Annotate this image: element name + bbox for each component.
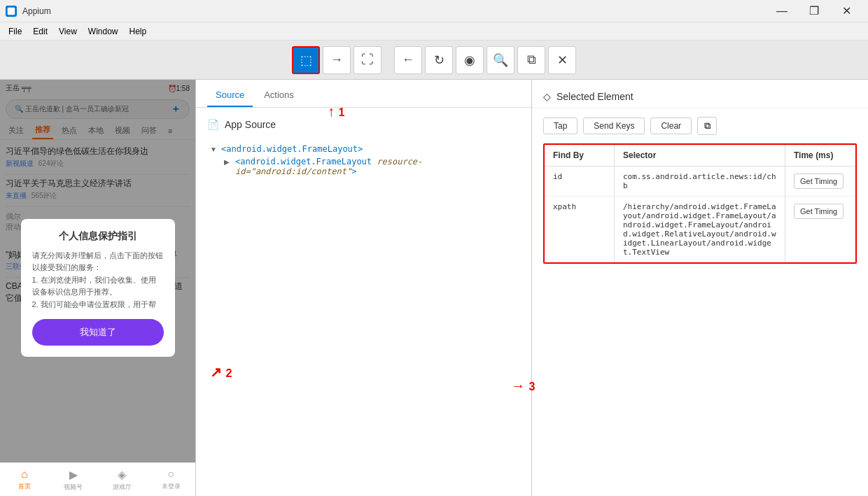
tab-source[interactable]: Source (207, 84, 253, 107)
close-button[interactable]: ✕ (830, 0, 862, 22)
tree-label-2: <android.widget.FrameLayout resource-id=… (235, 157, 517, 176)
selected-panel: ◇ Selected Element Tap Send Keys Clear ⧉… (532, 80, 868, 496)
phone-panel: 王岳 ╤╤ ⏰1:58 🔍 王岳伦道歉 | 盒马一员工确诊新冠 ＋ 关注 推荐 … (0, 80, 196, 496)
source-panel-content: 📄 App Source ▼ <android.widget.FrameLayo… (196, 108, 531, 496)
eye-button[interactable]: ◉ (456, 46, 484, 74)
window-controls: — ❐ ✕ (766, 0, 862, 22)
get-timing-btn-1[interactable]: Get Timing (794, 173, 844, 189)
nav-account-label: 未登录 (162, 482, 181, 491)
refresh-button[interactable]: ↻ (425, 46, 453, 74)
app-source-header: 📄 App Source (207, 119, 520, 130)
row1-selector: com.ss.android.article.news:id/chb (615, 166, 785, 196)
pinch-tool-button[interactable]: ⛶ (354, 46, 382, 74)
video-icon: ▶ (69, 468, 78, 481)
app-source-title: App Source (225, 119, 276, 130)
row2-timing: Get Timing (785, 197, 855, 262)
main-area: 王岳 ╤╤ ⏰1:58 🔍 王岳伦道歉 | 盒马一员工确诊新冠 ＋ 关注 推荐 … (0, 80, 868, 496)
selected-element-title: Selected Element (556, 91, 634, 102)
titlebar: Appium — ❐ ✕ (0, 0, 868, 22)
copy-source-button[interactable]: ⧉ (517, 46, 545, 74)
tree-row-2[interactable]: ▶ <android.widget.FrameLayout resource-i… (221, 155, 520, 178)
account-icon: ○ (167, 468, 174, 481)
privacy-modal: 个人信息保护指引 请充分阅读并理解后，点击下面的按钮以接受我们的服务：1. 在浏… (21, 219, 175, 357)
tree-toggle-2[interactable]: ▶ (224, 158, 232, 166)
app-icon (6, 6, 17, 17)
row1-timing: Get Timing (785, 166, 855, 196)
selector-table: Find By Selector Time (ms) id com.ss.and… (543, 143, 857, 264)
toolbar: ⬚ → ⛶ ← ↻ ◉ 🔍 ⧉ ✕ (0, 41, 868, 80)
search-button[interactable]: 🔍 (486, 46, 514, 74)
menu-file[interactable]: File (3, 25, 27, 38)
phone-screen: 王岳 ╤╤ ⏰1:58 🔍 王岳伦道歉 | 盒马一员工确诊新冠 ＋ 关注 推荐 … (0, 80, 195, 496)
source-panel: Source Actions 📄 App Source ▼ <android.w… (196, 80, 532, 496)
col-time: Time (ms) (785, 145, 855, 166)
close-session-button[interactable]: ✕ (548, 46, 576, 74)
minimize-button[interactable]: — (766, 0, 798, 22)
select-tool-button[interactable]: ⬚ (292, 46, 320, 74)
games-icon: ◈ (118, 468, 126, 481)
clear-button[interactable]: Clear (650, 118, 692, 134)
phone-bottomnav: ⌂ 首页 ▶ 视频号 ◈ 游戏厅 ○ 未登录 (0, 462, 195, 496)
nav-games-label: 游戏厅 (113, 483, 132, 492)
svg-rect-0 (8, 7, 15, 15)
document-icon: 📄 (207, 119, 219, 130)
selected-toolbar: Tap Send Keys Clear ⧉ (532, 108, 868, 143)
modal-confirm-button[interactable]: 我知道了 (32, 319, 164, 346)
back-button[interactable]: ← (394, 46, 422, 74)
tap-button[interactable]: Tap (543, 118, 578, 134)
col-find-by: Find By (545, 145, 615, 166)
app-title: Appium (22, 6, 766, 16)
tree-toggle-1[interactable]: ▼ (210, 146, 218, 153)
get-timing-btn-2[interactable]: Get Timing (794, 204, 844, 219)
menubar: File Edit View Window Help (0, 22, 868, 41)
tree-root: ▼ <android.widget.FrameLayout> ▶ <androi… (207, 141, 520, 179)
tab-actions[interactable]: Actions (255, 84, 302, 107)
copy-button[interactable]: ⧉ (697, 117, 717, 135)
row1-find-by: id (545, 166, 615, 196)
table-row: id com.ss.android.article.news:id/chb Ge… (545, 166, 855, 197)
table-header: Find By Selector Time (ms) (545, 145, 855, 166)
maximize-button[interactable]: ❐ (798, 0, 830, 22)
menu-window[interactable]: Window (83, 25, 124, 38)
nav-account[interactable]: ○ 未登录 (146, 463, 195, 496)
tree-label-1: <android.widget.FrameLayout> (221, 144, 363, 154)
modal-title: 个人信息保护指引 (32, 230, 164, 243)
modal-overlay: 个人信息保护指引 请充分阅读并理解后，点击下面的按钮以接受我们的服务：1. 在浏… (0, 80, 195, 496)
home-icon: ⌂ (21, 468, 28, 481)
menu-help[interactable]: Help (124, 25, 153, 38)
nav-home[interactable]: ⌂ 首页 (0, 463, 49, 496)
copy-icon: ⧉ (704, 120, 710, 132)
source-panel-tabs: Source Actions (196, 80, 531, 108)
menu-edit[interactable]: Edit (27, 25, 53, 38)
modal-body: 请充分阅读并理解后，点击下面的按钮以接受我们的服务：1. 在浏览使用时，我们会收… (32, 250, 164, 311)
col-selector: Selector (615, 145, 785, 166)
send-keys-button[interactable]: Send Keys (583, 118, 645, 134)
tree-children-1: ▶ <android.widget.FrameLayout resource-i… (221, 155, 520, 178)
diamond-icon: ◇ (543, 91, 551, 102)
selected-element-header: ◇ Selected Element (532, 80, 868, 108)
menu-view[interactable]: View (53, 25, 83, 38)
row2-selector: /hierarchy/android.widget.FrameLayout/an… (615, 197, 785, 262)
nav-video[interactable]: ▶ 视频号 (49, 463, 98, 496)
nav-home-label: 首页 (18, 482, 31, 491)
nav-video-label: 视频号 (64, 483, 83, 492)
row2-find-by: xpath (545, 197, 615, 262)
swipe-tool-button[interactable]: → (323, 46, 351, 74)
tree-row-1[interactable]: ▼ <android.widget.FrameLayout> (207, 143, 520, 155)
nav-games[interactable]: ◈ 游戏厅 (98, 463, 147, 496)
table-row: xpath /hierarchy/android.widget.FrameLay… (545, 197, 855, 262)
